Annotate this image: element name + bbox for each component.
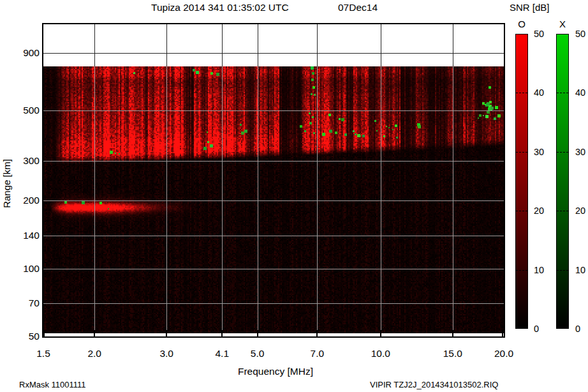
- x-colorbar-tick-label: 20: [575, 206, 588, 215]
- y-tick-label: 300: [3, 156, 40, 166]
- y-tick-label: 50: [3, 331, 40, 342]
- plot-frame: [42, 23, 505, 338]
- colorbar-title: SNR [dB]: [510, 2, 550, 13]
- y-tick-label: 140: [3, 230, 40, 241]
- ionogram-canvas: [43, 24, 504, 336]
- x-tick-label: 10.0: [367, 349, 395, 359]
- x-axis-label: Frequency [MHz]: [224, 366, 327, 377]
- o-colorbar-tick-label: 50: [534, 29, 550, 38]
- colorbar-tick-dash: [557, 211, 568, 211]
- y-tick-label: 500: [3, 105, 40, 116]
- x-tick-label: 3.0: [152, 349, 180, 359]
- plot-title: Tupiza 2014 341 01:35:02 UTC: [151, 2, 289, 13]
- x-colorbar-tick-label: 40: [575, 88, 588, 97]
- colorbar-x-label: X: [556, 19, 569, 29]
- x-colorbar-tick-label: 50: [575, 29, 588, 38]
- y-tick-label: 900: [3, 48, 40, 58]
- y-tick-label: 100: [3, 264, 40, 274]
- x-tick-label: 4.1: [208, 349, 236, 359]
- colorbar-tick-dash: [516, 93, 527, 93]
- colorbar-tick-dash: [516, 270, 527, 271]
- x-colorbar-tick-label: 10: [575, 266, 588, 275]
- ionogram-screen: Tupiza 2014 341 01:35:02 UTC 07Dec14 Ran…: [0, 0, 588, 392]
- y-tick-label: 70: [3, 298, 40, 308]
- colorbar-x-gradient: [556, 34, 569, 329]
- o-colorbar-tick-label: 20: [534, 206, 550, 215]
- x-tick-label: 2.0: [80, 349, 108, 359]
- plot-date: 07Dec14: [338, 2, 378, 13]
- colorbar-tick-dash: [557, 93, 568, 93]
- y-axis-label: Range [km]: [1, 139, 12, 229]
- x-colorbar-tick-label: 0: [575, 324, 588, 333]
- x-colorbar-tick-label: 30: [575, 147, 588, 156]
- colorbar-tick-dash: [516, 152, 527, 153]
- y-tick-label: 200: [3, 195, 40, 206]
- x-tick-label: 7.0: [303, 349, 331, 359]
- x-tick-label: 20.0: [490, 349, 518, 359]
- colorbar-tick-dash: [557, 152, 568, 153]
- x-tick-label: 15.0: [439, 349, 467, 359]
- o-colorbar-tick-label: 0: [534, 324, 550, 333]
- x-tick-label: 5.0: [244, 349, 272, 359]
- colorbar-o-label: O: [515, 19, 528, 29]
- rxmask-annotation: RxMask 11001111: [19, 380, 86, 389]
- o-colorbar-tick-label: 10: [534, 266, 550, 275]
- colorbar-tick-dash: [557, 270, 568, 271]
- colorbar-tick-dash: [516, 211, 527, 211]
- x-tick-label: 1.5: [29, 349, 57, 359]
- o-colorbar-tick-label: 40: [534, 88, 550, 97]
- filename-annotation: VIPIR TZJ2J_2014341013502.RIQ: [370, 380, 498, 389]
- o-colorbar-tick-label: 30: [534, 147, 550, 156]
- colorbar-o-gradient: [515, 34, 528, 329]
